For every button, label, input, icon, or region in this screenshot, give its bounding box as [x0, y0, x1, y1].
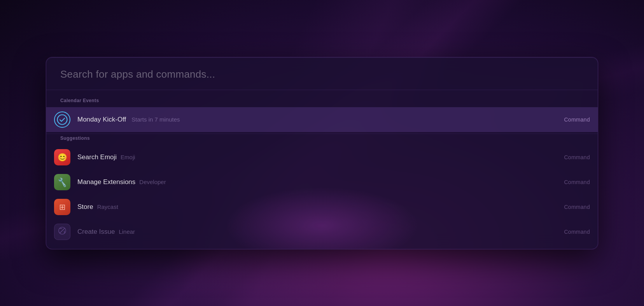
linear-icon	[54, 224, 70, 240]
item-name: Manage Extensions	[77, 178, 135, 186]
list-item[interactable]: 🔧 Manage Extensions Developer Command	[46, 170, 598, 195]
search-bar[interactable]	[46, 57, 598, 90]
launcher-window: Calendar Events Monday Kick-Off Starts i…	[46, 57, 598, 249]
item-category: Raycast	[97, 203, 118, 210]
item-name: Search Emoji	[77, 153, 117, 161]
item-subtitle: Starts in 7 minutes	[131, 116, 180, 123]
item-name: Create Issue	[77, 228, 115, 236]
svg-point-0	[58, 115, 67, 124]
item-name: Monday Kick-Off	[77, 116, 126, 123]
item-shortcut: Command	[564, 154, 590, 160]
item-text: Manage Extensions Developer	[77, 178, 564, 186]
list-item[interactable]: Monday Kick-Off Starts in 7 minutes Comm…	[46, 107, 598, 132]
item-shortcut: Command	[564, 116, 590, 123]
list-item[interactable]: 😊 Search Emoji Emoji Command	[46, 145, 598, 170]
list-item[interactable]: ⊞ Store Raycast Command	[46, 195, 598, 219]
item-shortcut: Command	[564, 204, 590, 210]
item-text: Search Emoji Emoji	[77, 153, 564, 161]
item-category: Emoji	[121, 154, 135, 160]
item-text: Create Issue Linear	[77, 228, 564, 236]
store-icon: ⊞	[54, 199, 70, 215]
item-text: Monday Kick-Off Starts in 7 minutes	[77, 116, 564, 123]
item-shortcut: Command	[564, 179, 590, 185]
section-label-calendar: Calendar Events	[46, 98, 598, 107]
calendar-icon	[54, 111, 70, 128]
item-category: Linear	[119, 228, 135, 235]
results-section: Calendar Events Monday Kick-Off Starts i…	[46, 90, 598, 249]
section-label-suggestions: Suggestions	[46, 136, 598, 145]
item-text: Store Raycast	[77, 203, 564, 211]
emoji-icon: 😊	[54, 149, 70, 165]
item-category: Developer	[139, 179, 166, 185]
list-item[interactable]: Create Issue Linear Command	[46, 219, 598, 244]
section-separator	[46, 134, 598, 134]
extensions-icon: 🔧	[54, 174, 70, 190]
item-shortcut: Command	[564, 229, 590, 235]
item-name: Store	[77, 203, 93, 211]
search-input[interactable]	[60, 68, 584, 80]
